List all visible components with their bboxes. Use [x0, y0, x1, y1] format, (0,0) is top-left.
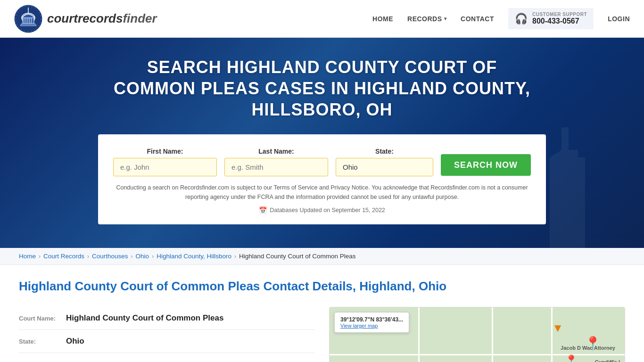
hero-section: SEARCH HIGHLAND COUNTY COURT OF COMMON P…: [0, 38, 644, 248]
details-section: Court Name: Highland County Court of Com…: [19, 307, 315, 362]
db-updated: 📅 Databases Updated on September 15, 202…: [113, 206, 531, 214]
state-label: State:: [336, 148, 433, 155]
detail-row-name: Court Name: Highland County Court of Com…: [19, 307, 315, 330]
court-name-value: Highland County Court of Common Pleas: [66, 313, 223, 323]
map-cundiff-label: Cundiff's I: [595, 359, 620, 362]
svg-rect-8: [21, 24, 35, 25]
svg-rect-9: [20, 25, 36, 26]
map-coords-popup: 39°12'09.7"N 83°36'43... View larger map: [334, 312, 409, 333]
first-name-label: First Name:: [113, 148, 217, 155]
breadcrumb-sep-1: ›: [39, 253, 41, 260]
nav-login[interactable]: LOGIN: [608, 15, 630, 23]
breadcrumb-current: Highland County Court of Common Pleas: [239, 253, 356, 260]
map-road: [418, 307, 420, 362]
breadcrumb-courthouses[interactable]: Courthouses: [92, 253, 128, 260]
map-pin2-icon: 📍: [565, 354, 578, 362]
map-road: [551, 307, 553, 362]
hero-title: SEARCH HIGHLAND COUNTY COURT OF COMMON P…: [110, 57, 534, 120]
breadcrumb-sep-5: ›: [234, 253, 236, 260]
main-nav: HOME RECORDS ▾ CONTACT 🎧 CUSTOMER SUPPOR…: [372, 8, 630, 29]
disclaimer-text: Conducting a search on Recordsfinder.com…: [113, 183, 531, 202]
detail-row-state: State: Ohio: [19, 330, 315, 353]
breadcrumb-sep-4: ›: [152, 253, 154, 260]
last-name-input[interactable]: [224, 158, 328, 176]
state-detail-value: Ohio: [66, 337, 84, 346]
headset-icon: 🎧: [515, 13, 528, 25]
breadcrumb-court-records[interactable]: Court Records: [43, 253, 84, 260]
section-title: Highland County Court of Common Pleas Co…: [19, 279, 625, 294]
map-road: [330, 354, 625, 355]
breadcrumb-ohio[interactable]: Ohio: [136, 253, 149, 260]
svg-rect-2: [23, 18, 34, 24]
state-group: State: Ohio Alabama Alaska Arizona: [336, 148, 433, 176]
breadcrumb-sep-2: ›: [87, 253, 89, 260]
site-header: courtrecordsfinder HOME RECORDS ▾ CONTAC…: [0, 0, 644, 38]
search-button[interactable]: SEARCH NOW: [441, 154, 531, 176]
logo-icon: [14, 5, 42, 33]
map-placeholder: ▼ 📍 📍 39°12'09.7"N 83°36'43... View larg…: [330, 307, 625, 362]
map-coords: 39°12'09.7"N 83°36'43...: [340, 316, 403, 323]
state-select[interactable]: Ohio Alabama Alaska Arizona: [336, 158, 433, 176]
breadcrumb-highland-hillsboro[interactable]: Highland County, Hillsboro: [157, 253, 231, 260]
content-grid: Court Name: Highland County Court of Com…: [19, 307, 625, 362]
last-name-label: Last Name:: [224, 148, 328, 155]
nav-records[interactable]: RECORDS ▾: [407, 15, 446, 23]
view-larger-link[interactable]: View larger map: [340, 323, 403, 329]
customer-support-box: 🎧 CUSTOMER SUPPORT 800-433-0567: [508, 8, 594, 29]
last-name-group: Last Name:: [224, 148, 328, 176]
first-name-input[interactable]: [113, 158, 217, 176]
nav-contact[interactable]: CONTACT: [461, 15, 494, 23]
breadcrumb-home[interactable]: Home: [19, 253, 36, 260]
breadcrumb-sep-3: ›: [131, 253, 133, 260]
support-phone[interactable]: 800-433-0567: [532, 17, 587, 25]
map-section: ▼ 📍 📍 39°12'09.7"N 83°36'43... View larg…: [329, 307, 625, 362]
nav-home[interactable]: HOME: [372, 15, 393, 23]
court-name-label: Court Name:: [19, 315, 66, 322]
calendar-icon: 📅: [259, 206, 267, 214]
records-chevron-icon: ▾: [444, 16, 447, 21]
hero-content: SEARCH HIGHLAND COUNTY COURT OF COMMON P…: [9, 57, 635, 224]
map-road: [492, 307, 493, 362]
site-logo[interactable]: courtrecordsfinder: [14, 5, 157, 33]
support-label: CUSTOMER SUPPORT: [532, 12, 587, 17]
state-detail-label: State:: [19, 338, 66, 345]
logo-text: courtrecordsfinder: [47, 11, 157, 25]
orange-marker-icon: ▼: [552, 321, 563, 335]
breadcrumb: Home › Court Records › Courthouses › Ohi…: [0, 248, 644, 265]
first-name-group: First Name:: [113, 148, 217, 176]
main-content: Highland County Court of Common Pleas Co…: [0, 265, 644, 362]
search-box: First Name: Last Name: State: Ohio Alaba…: [98, 134, 546, 224]
map-attorney-label: Jacob D Wac Attorney: [561, 345, 615, 351]
search-fields: First Name: Last Name: State: Ohio Alaba…: [113, 148, 531, 176]
